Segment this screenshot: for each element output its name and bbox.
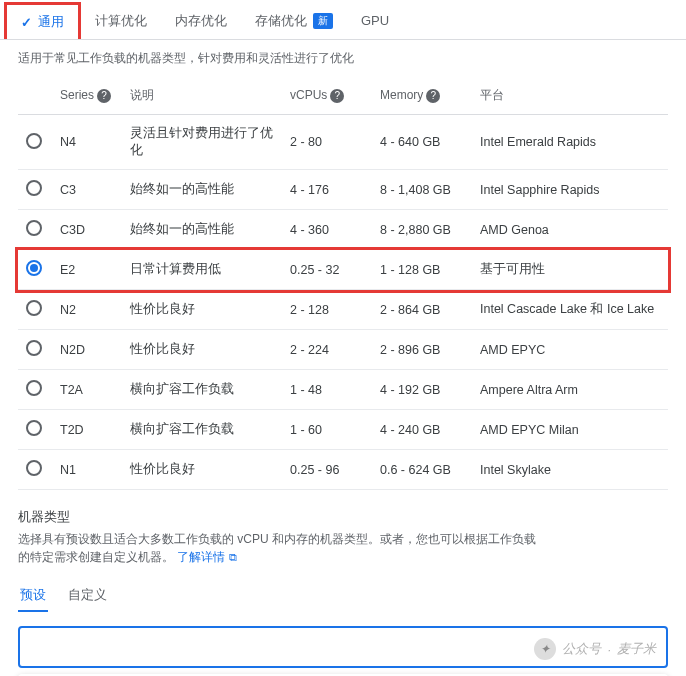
cell-memory: 4 - 640 GB: [372, 115, 472, 170]
cell-series: T2D: [52, 410, 122, 450]
cell-series: N4: [52, 115, 122, 170]
subtab-preset[interactable]: 预设: [18, 580, 48, 612]
table-row[interactable]: T2A横向扩容工作负载1 - 484 - 192 GBAmpere Altra …: [18, 370, 668, 410]
table-row[interactable]: N1性价比良好0.25 - 960.6 - 624 GBIntel Skylak…: [18, 450, 668, 490]
cell-desc: 性价比良好: [122, 290, 282, 330]
tab-memory[interactable]: 内存优化: [161, 2, 241, 39]
help-icon[interactable]: ?: [426, 89, 440, 103]
table-row[interactable]: T2D横向扩容工作负载1 - 604 - 240 GBAMD EPYC Mila…: [18, 410, 668, 450]
cell-vcpus: 1 - 48: [282, 370, 372, 410]
table-row[interactable]: C3始终如一的高性能4 - 1768 - 1,408 GBIntel Sapph…: [18, 170, 668, 210]
radio-button[interactable]: [26, 380, 42, 396]
cell-memory: 8 - 1,408 GB: [372, 170, 472, 210]
cell-vcpus: 4 - 360: [282, 210, 372, 250]
watermark: ✦ 公众号 · 麦子米: [534, 638, 656, 660]
table-row[interactable]: C3D始终如一的高性能4 - 3608 - 2,880 GBAMD Genoa: [18, 210, 668, 250]
cell-memory: 8 - 2,880 GB: [372, 210, 472, 250]
cell-series: N2: [52, 290, 122, 330]
radio-button[interactable]: [26, 460, 42, 476]
cell-desc: 始终如一的高性能: [122, 170, 282, 210]
cell-desc: 灵活且针对费用进行了优化: [122, 115, 282, 170]
machine-type-subtabs: 预设 自定义: [0, 566, 686, 616]
machine-type-desc: 选择具有预设数且适合大多数工作负载的 vCPU 和内存的机器类型。或者，您也可以…: [0, 530, 560, 566]
cell-vcpus: 1 - 60: [282, 410, 372, 450]
tab-gpu[interactable]: GPU: [347, 2, 403, 39]
cell-platform: Intel Sapphire Rapids: [472, 170, 668, 210]
cell-series: N1: [52, 450, 122, 490]
header-memory: Memory?: [372, 77, 472, 115]
tab-compute[interactable]: 计算优化: [81, 2, 161, 39]
cell-memory: 0.6 - 624 GB: [372, 450, 472, 490]
cell-memory: 2 - 896 GB: [372, 330, 472, 370]
header-vcpus: vCPUs?: [282, 77, 372, 115]
new-badge: 新: [313, 13, 333, 29]
cell-platform: AMD EPYC: [472, 330, 668, 370]
radio-button[interactable]: [26, 420, 42, 436]
machine-type-label: 机器类型: [0, 490, 686, 530]
table-row[interactable]: N2性价比良好2 - 1282 - 864 GBIntel Cascade La…: [18, 290, 668, 330]
cell-memory: 4 - 240 GB: [372, 410, 472, 450]
cell-desc: 横向扩容工作负载: [122, 370, 282, 410]
cell-vcpus: 4 - 176: [282, 170, 372, 210]
cell-platform: Intel Skylake: [472, 450, 668, 490]
cell-platform: 基于可用性: [472, 250, 668, 290]
radio-button[interactable]: [26, 220, 42, 236]
cell-series: T2A: [52, 370, 122, 410]
wechat-icon: ✦: [534, 638, 556, 660]
help-icon[interactable]: ?: [97, 89, 111, 103]
table-row[interactable]: N4灵活且针对费用进行了优化2 - 804 - 640 GBIntel Emer…: [18, 115, 668, 170]
tab-description: 适用于常见工作负载的机器类型，针对费用和灵活性进行了优化: [0, 40, 686, 77]
radio-button[interactable]: [26, 300, 42, 316]
header-series: Series?: [52, 77, 122, 115]
header-platform: 平台: [472, 77, 668, 115]
cell-memory: 4 - 192 GB: [372, 370, 472, 410]
cell-desc: 性价比良好: [122, 450, 282, 490]
table-row[interactable]: N2D性价比良好2 - 2242 - 896 GBAMD EPYC: [18, 330, 668, 370]
radio-button[interactable]: [26, 180, 42, 196]
radio-button[interactable]: [26, 340, 42, 356]
cell-series: C3D: [52, 210, 122, 250]
tab-general[interactable]: 通用: [4, 2, 81, 39]
cell-platform: Ampere Altra Arm: [472, 370, 668, 410]
cell-series: N2D: [52, 330, 122, 370]
table-row[interactable]: E2日常计算费用低0.25 - 321 - 128 GB基于可用性: [18, 250, 668, 290]
cell-desc: 始终如一的高性能: [122, 210, 282, 250]
cell-platform: Intel Cascade Lake 和 Ice Lake: [472, 290, 668, 330]
cell-platform: Intel Emerald Rapids: [472, 115, 668, 170]
cell-series: E2: [52, 250, 122, 290]
tab-storage[interactable]: 存储优化新: [241, 2, 347, 39]
cell-vcpus: 0.25 - 96: [282, 450, 372, 490]
cell-platform: AMD Genoa: [472, 210, 668, 250]
cell-platform: AMD EPYC Milan: [472, 410, 668, 450]
cell-memory: 1 - 128 GB: [372, 250, 472, 290]
machine-family-tabs: 通用 计算优化 内存优化 存储优化新 GPU: [0, 0, 686, 40]
radio-button[interactable]: [26, 133, 42, 149]
header-desc: 说明: [122, 77, 282, 115]
help-icon[interactable]: ?: [330, 89, 344, 103]
cell-vcpus: 2 - 128: [282, 290, 372, 330]
cell-desc: 日常计算费用低: [122, 250, 282, 290]
external-link-icon: ⧉: [229, 551, 237, 563]
cell-series: C3: [52, 170, 122, 210]
cell-memory: 2 - 864 GB: [372, 290, 472, 330]
subtab-custom[interactable]: 自定义: [66, 580, 109, 612]
cell-vcpus: 2 - 224: [282, 330, 372, 370]
learn-more-link[interactable]: 了解详情 ⧉: [177, 550, 236, 564]
cell-desc: 性价比良好: [122, 330, 282, 370]
series-table: Series? 说明 vCPUs? Memory? 平台 N4灵活且针对费用进行…: [18, 77, 668, 490]
radio-button[interactable]: [26, 260, 42, 276]
cell-desc: 横向扩容工作负载: [122, 410, 282, 450]
cell-vcpus: 0.25 - 32: [282, 250, 372, 290]
cell-vcpus: 2 - 80: [282, 115, 372, 170]
